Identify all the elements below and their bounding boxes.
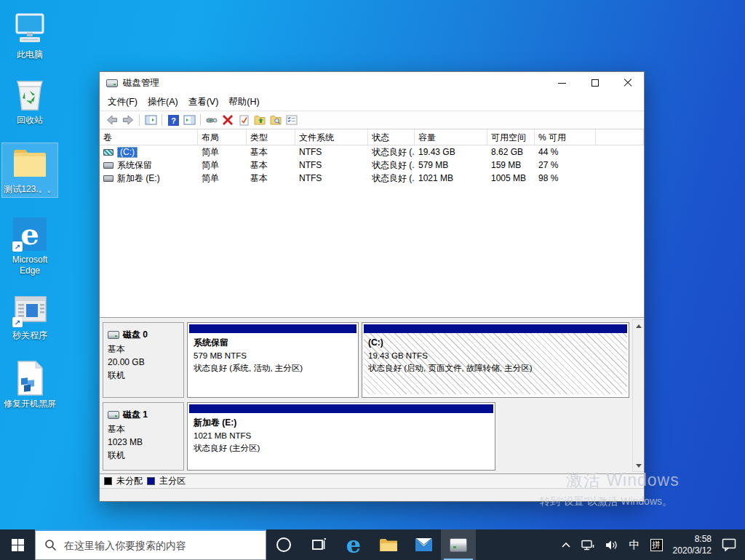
- menu-help[interactable]: 帮助(H): [223, 94, 264, 111]
- cell-fs: NTFS: [295, 147, 368, 157]
- column-header-volume[interactable]: 卷: [100, 129, 198, 145]
- cell-layout: 简单: [198, 172, 247, 185]
- volume-icon: [103, 162, 113, 169]
- network-icon[interactable]: [581, 540, 595, 551]
- window-status-strip: [100, 488, 644, 501]
- tray-expand-icon[interactable]: [561, 541, 571, 548]
- column-header-type[interactable]: 类型: [247, 129, 295, 145]
- disk-kind: 基本: [108, 343, 179, 356]
- column-header-capacity[interactable]: 容量: [415, 129, 487, 145]
- column-header-free[interactable]: 可用空间: [487, 129, 535, 145]
- menu-bar: 文件(F) 操作(A) 查看(V) 帮助(H): [100, 94, 644, 111]
- task-view-button[interactable]: [301, 529, 336, 560]
- checklist-button[interactable]: [284, 112, 300, 128]
- disk-1-label[interactable]: 磁盘 1 基本 1023 MB 联机: [103, 402, 184, 471]
- legend-bar: 未分配 主分区: [100, 473, 644, 488]
- partition-color-bar: [189, 404, 493, 413]
- cell-status: 状态良好 (...: [368, 159, 415, 172]
- partition-status: 状态良好 (系统, 活动, 主分区): [194, 362, 352, 375]
- folder-up-button[interactable]: [252, 112, 268, 128]
- window-title: 磁盘管理: [123, 77, 159, 89]
- disk-management-taskbar-button[interactable]: [441, 529, 476, 560]
- partition-name: (C:): [368, 336, 623, 350]
- console-tree-button[interactable]: [143, 112, 159, 128]
- action-pane-button[interactable]: [181, 112, 197, 128]
- column-header-status[interactable]: 状态: [368, 129, 415, 145]
- menu-action[interactable]: 操作(A): [143, 94, 183, 111]
- menu-file[interactable]: 文件(F): [103, 94, 143, 111]
- scroll-down-icon[interactable]: [633, 460, 644, 471]
- volume-speaker-icon[interactable]: [605, 540, 619, 551]
- folder-search-button[interactable]: [268, 112, 284, 128]
- disk-0-label[interactable]: 磁盘 0 基本 20.00 GB 联机: [103, 322, 184, 398]
- list-header: 卷 布局 类型 文件系统 状态 容量 可用空间 % 可用: [100, 129, 644, 145]
- desktop-icon-reg-file[interactable]: 修复开机黑屏: [1, 358, 58, 412]
- cell-free: 8.62 GB: [487, 147, 535, 157]
- taskbar-clock[interactable]: 8:58 2020/3/12: [673, 533, 712, 556]
- desktop-icon-app-shortcut[interactable]: ↗ 秒关程序: [1, 289, 58, 343]
- disk-state: 联机: [108, 449, 179, 462]
- minimize-button[interactable]: [546, 72, 578, 94]
- help-button[interactable]: ?: [165, 112, 181, 128]
- column-header-filesystem[interactable]: 文件系统: [295, 129, 368, 145]
- disk-icon: [108, 411, 119, 419]
- legend-unallocated-swatch: [104, 477, 112, 485]
- close-button[interactable]: [611, 72, 644, 94]
- desktop-icon-recycle-bin[interactable]: 回收站: [1, 74, 58, 128]
- file-explorer-button[interactable]: [371, 529, 406, 560]
- ime-language-indicator[interactable]: 中: [629, 538, 640, 552]
- search-input[interactable]: [64, 540, 246, 551]
- partition-e[interactable]: 新加卷 (E:) 1021 MB NTFS 状态良好 (主分区): [187, 402, 495, 471]
- desktop-icon-edge[interactable]: e ↗ Microsoft Edge: [1, 214, 58, 279]
- cell-free: 159 MB: [487, 160, 535, 170]
- start-button[interactable]: [0, 529, 35, 560]
- column-header-pct[interactable]: % 可用: [535, 129, 596, 145]
- disk-0-row: 磁盘 0 基本 20.00 GB 联机 系统保留 579 MB NTFS 状态良…: [103, 322, 629, 398]
- edge-icon: e: [346, 533, 361, 556]
- volume-row-e[interactable]: 新加卷 (E:) 简单 基本 NTFS 状态良好 (... 1021 MB 10…: [100, 172, 644, 185]
- action-center-icon[interactable]: [722, 538, 736, 551]
- desktop-icon-this-pc[interactable]: 此电脑: [1, 9, 58, 63]
- window-app-icon: [106, 79, 118, 87]
- disk-state: 联机: [108, 369, 179, 382]
- edge-taskbar-button[interactable]: e: [336, 529, 371, 560]
- legend-primary-label: 主分区: [159, 475, 186, 487]
- cell-fs: NTFS: [295, 160, 368, 170]
- desktop-icon-label: 回收站: [17, 115, 43, 126]
- volume-row-system-reserved[interactable]: 系统保留 简单 基本 NTFS 状态良好 (... 579 MB 159 MB …: [100, 159, 644, 172]
- volume-name: 新加卷 (E:): [117, 172, 160, 185]
- vertical-scrollbar[interactable]: [632, 319, 644, 472]
- shortcut-arrow-icon: ↗: [12, 241, 23, 252]
- scroll-up-icon[interactable]: [633, 320, 644, 332]
- volume-list: 卷 布局 类型 文件系统 状态 容量 可用空间 % 可用 (C:) 简单 基本 …: [100, 129, 644, 317]
- properties-doc-button[interactable]: [236, 112, 252, 128]
- partition-status: 状态良好 (主分区): [194, 442, 489, 455]
- rescan-button[interactable]: [204, 112, 220, 128]
- legend-unallocated-label: 未分配: [116, 475, 143, 487]
- cell-type: 基本: [247, 146, 295, 159]
- cortana-button[interactable]: [266, 529, 301, 560]
- title-bar[interactable]: 磁盘管理: [100, 72, 644, 94]
- desktop: 此电脑 回收站 测试123.。。 e ↗ Microsoft Edge: [0, 0, 745, 560]
- shortcut-arrow-icon: ↗: [12, 317, 23, 327]
- mail-button[interactable]: [406, 529, 441, 560]
- desktop-icon-test-folder[interactable]: 测试123.。。: [1, 143, 58, 198]
- volume-row-c[interactable]: (C:) 简单 基本 NTFS 状态良好 (... 19.43 GB 8.62 …: [100, 145, 644, 159]
- delete-button[interactable]: [220, 112, 236, 128]
- cell-status: 状态良好 (...: [368, 146, 415, 159]
- partition-c-selected[interactable]: (C:) 19.43 GB NTFS 状态良好 (启动, 页面文件, 故障转储,…: [362, 322, 629, 398]
- back-button[interactable]: [104, 112, 120, 128]
- maximize-button[interactable]: [578, 72, 611, 94]
- partition-system-reserved[interactable]: 系统保留 579 MB NTFS 状态良好 (系统, 活动, 主分区): [187, 322, 359, 398]
- ime-mode-indicator[interactable]: 拼: [650, 539, 663, 551]
- column-header-layout[interactable]: 布局: [198, 129, 247, 145]
- menu-view[interactable]: 查看(V): [183, 94, 224, 111]
- disk-1-row: 磁盘 1 基本 1023 MB 联机 新加卷 (E:) 1021 MB NTFS…: [103, 402, 629, 471]
- forward-button[interactable]: [120, 112, 136, 128]
- cell-status: 状态良好 (...: [368, 172, 415, 185]
- desktop-icon-label: Microsoft Edge: [2, 255, 57, 276]
- cell-type: 基本: [247, 172, 295, 185]
- toolbar-separator: [200, 114, 201, 126]
- taskbar-search[interactable]: [35, 529, 266, 560]
- volume-name: 系统保留: [117, 159, 152, 172]
